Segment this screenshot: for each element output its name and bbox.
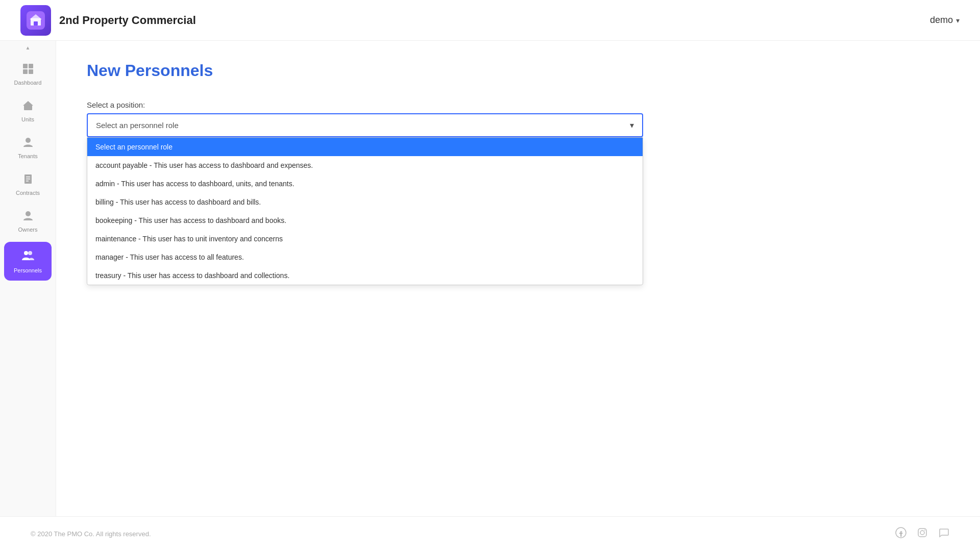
svg-rect-14 — [26, 181, 29, 182]
layout: ▲ Dashboard Units — [0, 41, 980, 516]
svg-point-15 — [26, 211, 31, 216]
scroll-up-icon[interactable]: ▲ — [26, 45, 31, 51]
position-dropdown-trigger[interactable]: Select an personnel role ▾ — [87, 113, 643, 137]
dropdown-selected-text: Select an personnel role — [96, 121, 179, 130]
svg-point-21 — [924, 530, 925, 531]
dropdown-caret-icon: ▾ — [630, 120, 634, 130]
svg-point-10 — [26, 138, 31, 143]
app-logo — [20, 5, 51, 36]
svg-rect-5 — [29, 64, 33, 68]
dropdown-list: Select an personnel roleaccount payable … — [87, 137, 643, 285]
svg-rect-3 — [34, 21, 38, 26]
page-title: New Personnels — [87, 61, 949, 80]
svg-rect-7 — [29, 69, 33, 74]
facebook-icon[interactable] — [895, 527, 906, 541]
dropdown-option[interactable]: admin - This user has access to dashboar… — [87, 174, 643, 193]
footer-social-icons — [895, 527, 949, 541]
svg-point-16 — [24, 251, 28, 255]
sidebar: ▲ Dashboard Units — [0, 41, 56, 516]
svg-rect-4 — [23, 64, 28, 68]
instagram-icon[interactable] — [917, 527, 928, 541]
svg-rect-13 — [26, 179, 30, 180]
header: 2nd Property Commercial demo ▾ — [0, 0, 980, 41]
sidebar-item-tenants[interactable]: Tenants — [0, 130, 56, 166]
copyright-text: © 2020 The PMO Co. All rights reserved. — [31, 530, 151, 538]
dropdown-option[interactable]: maintenance - This user has to unit inve… — [87, 230, 643, 248]
position-field-label: Select a position: — [87, 101, 648, 109]
svg-point-17 — [28, 251, 32, 255]
svg-rect-6 — [23, 69, 28, 74]
owners-icon — [22, 210, 34, 224]
user-menu[interactable]: demo ▾ — [930, 15, 960, 26]
svg-point-20 — [920, 531, 924, 535]
svg-rect-8 — [24, 105, 32, 110]
contracts-icon — [22, 173, 34, 188]
svg-rect-12 — [26, 177, 30, 178]
user-chevron-icon: ▾ — [956, 16, 960, 24]
units-label: Units — [21, 116, 34, 122]
sidebar-item-owners[interactable]: Owners — [0, 203, 56, 240]
tenants-label: Tenants — [18, 153, 38, 159]
dropdown-option[interactable]: Select an personnel role — [87, 138, 643, 156]
dropdown-option[interactable]: treasury - This user has access to dashb… — [87, 266, 643, 285]
app-title: 2nd Property Commercial — [59, 14, 196, 27]
dashboard-label: Dashboard — [14, 80, 42, 86]
dropdown-option[interactable]: account payable - This user has access t… — [87, 156, 643, 174]
sidebar-item-dashboard[interactable]: Dashboard — [0, 56, 56, 93]
tenants-icon — [22, 137, 34, 151]
chat-icon[interactable] — [938, 527, 949, 541]
header-left: 2nd Property Commercial — [20, 5, 196, 36]
user-label: demo — [930, 15, 953, 26]
footer: © 2020 The PMO Co. All rights reserved. — [0, 516, 980, 551]
contracts-label: Contracts — [16, 190, 40, 196]
sidebar-item-contracts[interactable]: Contracts — [0, 166, 56, 203]
owners-label: Owners — [18, 227, 38, 233]
personnels-icon — [21, 249, 35, 265]
dropdown-option[interactable]: billing - This user has access to dashbo… — [87, 193, 643, 211]
dropdown-option[interactable]: bookeeping - This user has access to das… — [87, 211, 643, 230]
units-icon — [22, 100, 34, 114]
position-dropdown-wrapper: Select an personnel role ▾ Select an per… — [87, 113, 643, 137]
form-area: Select a position: Select an personnel r… — [87, 101, 648, 137]
personnels-label: Personnels — [14, 267, 42, 273]
dashboard-icon — [22, 63, 34, 78]
main-content: New Personnels Select a position: Select… — [56, 41, 980, 516]
sidebar-item-units[interactable]: Units — [0, 93, 56, 130]
dropdown-option[interactable]: manager - This user has access to all fe… — [87, 248, 643, 266]
svg-marker-9 — [23, 101, 33, 106]
sidebar-item-personnels[interactable]: Personnels — [4, 242, 52, 281]
